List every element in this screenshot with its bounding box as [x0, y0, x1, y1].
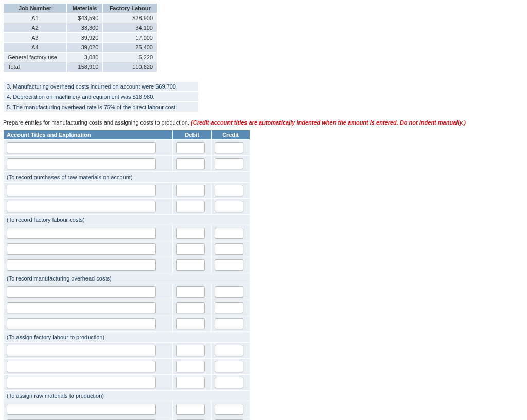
note-5: 5. The manufacturing overhead rate is 75…: [3, 102, 199, 112]
debit-input[interactable]: [176, 259, 205, 271]
account-input[interactable]: [7, 286, 156, 297]
notes-list: 3. Manufacturing overhead costs incurred…: [3, 81, 199, 112]
account-input[interactable]: [7, 302, 156, 313]
cell: General factory use: [4, 52, 67, 62]
debit-input[interactable]: [176, 361, 205, 372]
account-input[interactable]: [7, 259, 156, 271]
col-job: Job Number: [4, 4, 67, 13]
account-input[interactable]: [7, 142, 156, 153]
credit-input[interactable]: [215, 318, 243, 329]
account-input[interactable]: [7, 227, 156, 239]
credit-input[interactable]: [215, 345, 243, 356]
account-input[interactable]: [7, 377, 156, 388]
cell: 17,000: [103, 33, 157, 43]
credit-input[interactable]: [215, 286, 243, 297]
debit-input[interactable]: [176, 345, 205, 356]
instruction-text: Prepare entries for manufacturing costs …: [3, 119, 524, 126]
credit-input[interactable]: [215, 361, 243, 372]
cell: 110,620: [103, 62, 157, 72]
credit-input[interactable]: [215, 201, 243, 212]
col-account: Account Titles and Explanation: [4, 130, 173, 140]
col-materials: Materials: [66, 4, 102, 13]
cell: 39,020: [66, 43, 102, 52]
cell: 5,220: [103, 52, 157, 62]
cell: 3,080: [66, 52, 102, 62]
account-input[interactable]: [7, 404, 156, 415]
col-credit: Credit: [212, 130, 250, 140]
note-3: 3. Manufacturing overhead costs incurred…: [3, 81, 199, 92]
cell: A1: [4, 13, 67, 23]
debit-input[interactable]: [176, 185, 205, 196]
journal-entry-table: Account Titles and Explanation Debit Cre…: [3, 130, 250, 420]
debit-input[interactable]: [176, 377, 205, 388]
debit-input[interactable]: [176, 158, 205, 169]
debit-input[interactable]: [176, 201, 205, 212]
credit-input[interactable]: [215, 302, 243, 313]
account-input[interactable]: [7, 345, 156, 356]
credit-input[interactable]: [215, 142, 243, 153]
debit-input[interactable]: [176, 302, 205, 313]
entry-description: (To record factory labour costs): [4, 215, 250, 225]
cell: $43,590: [66, 13, 102, 23]
debit-input[interactable]: [176, 227, 205, 239]
cell: 39,920: [66, 33, 102, 43]
credit-input[interactable]: [215, 377, 243, 388]
debit-input[interactable]: [176, 243, 205, 255]
cell: 34,100: [103, 23, 157, 33]
col-debit: Debit: [173, 130, 212, 140]
credit-input[interactable]: [215, 259, 243, 271]
debit-input[interactable]: [176, 142, 205, 153]
credit-input[interactable]: [215, 243, 243, 255]
account-input[interactable]: [7, 318, 156, 329]
cell: A3: [4, 33, 67, 43]
note-4: 4. Depreciation on machinery and equipme…: [3, 92, 199, 102]
account-input[interactable]: [7, 201, 156, 212]
entry-description: (To assign factory labour to production): [4, 332, 250, 343]
account-input[interactable]: [7, 185, 156, 196]
entry-description: (To assign raw materials to production): [4, 391, 250, 401]
instruction-warning: (Credit account titles are automatically…: [191, 119, 466, 126]
cell: 33,300: [66, 23, 102, 33]
cell: 25,400: [103, 43, 157, 52]
debit-input[interactable]: [176, 318, 205, 329]
cell: A4: [4, 43, 67, 52]
instruction-main: Prepare entries for manufacturing costs …: [3, 119, 191, 126]
credit-input[interactable]: [215, 185, 243, 196]
credit-input[interactable]: [215, 404, 243, 415]
cell: A2: [4, 23, 67, 33]
cell: Total: [4, 62, 67, 72]
debit-input[interactable]: [176, 404, 205, 415]
account-input[interactable]: [7, 361, 156, 372]
cell: 158,910: [66, 62, 102, 72]
entry-description: (To record purchases of raw materials on…: [4, 172, 250, 183]
credit-input[interactable]: [215, 158, 243, 169]
cell: $28,900: [103, 13, 157, 23]
cost-table: Job Number Materials Factory Labour A1$4…: [3, 3, 157, 72]
debit-input[interactable]: [176, 286, 205, 297]
col-labour: Factory Labour: [103, 4, 157, 13]
account-input[interactable]: [7, 158, 156, 169]
entry-description: (To record manufacturing overhead costs): [4, 273, 250, 284]
account-input[interactable]: [7, 243, 156, 255]
credit-input[interactable]: [215, 227, 243, 239]
